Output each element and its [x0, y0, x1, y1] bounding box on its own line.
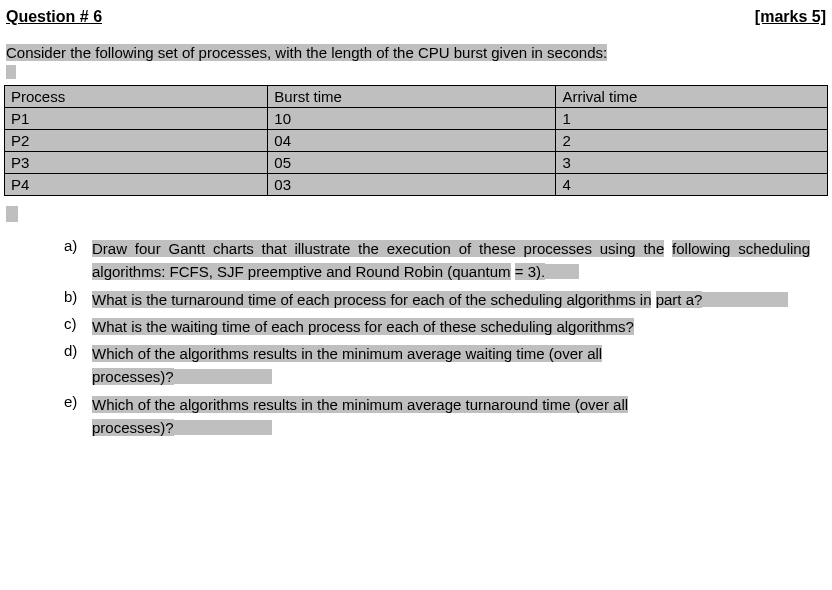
part-e: e) Which of the algorithms results in th… [64, 393, 810, 440]
part-body: Which of the algorithms results in the m… [92, 393, 810, 440]
part-c: c) What is the waiting time of each proc… [64, 315, 810, 338]
cell-burst: 10 [268, 108, 556, 130]
highlight-tail [6, 206, 18, 222]
cell-arrival: 1 [556, 108, 828, 130]
cell-arrival: 2 [556, 130, 828, 152]
part-b: b) What is the turnaround time of each p… [64, 288, 810, 311]
table-row: P2 04 2 [5, 130, 828, 152]
part-label: d) [64, 342, 92, 359]
part-d: d) Which of the algorithms results in th… [64, 342, 810, 389]
cell-process: P3 [5, 152, 268, 174]
part-label: c) [64, 315, 92, 332]
part-body: Which of the algorithms results in the m… [92, 342, 810, 389]
part-a: a) Draw four Gantt charts that illustrat… [64, 237, 810, 284]
part-label: b) [64, 288, 92, 305]
cell-process: P1 [5, 108, 268, 130]
marks-label: [marks 5] [755, 8, 826, 26]
header-process: Process [5, 86, 268, 108]
part-body: Draw four Gantt charts that illustrate t… [92, 237, 810, 284]
cell-burst: 04 [268, 130, 556, 152]
intro-text: Consider the following set of processes,… [4, 44, 828, 79]
part-body: What is the turnaround time of each proc… [92, 288, 810, 311]
cell-arrival: 3 [556, 152, 828, 174]
question-header: Question # 6 [marks 5] [4, 8, 828, 26]
header-burst: Burst time [268, 86, 556, 108]
cell-process: P2 [5, 130, 268, 152]
header-arrival: Arrival time [556, 86, 828, 108]
part-label: e) [64, 393, 92, 410]
table-header-row: Process Burst time Arrival time [5, 86, 828, 108]
subparts-list: a) Draw four Gantt charts that illustrat… [4, 237, 828, 439]
cell-burst: 03 [268, 174, 556, 196]
part-body: What is the waiting time of each process… [92, 315, 810, 338]
question-number: Question # 6 [6, 8, 102, 26]
part-label: a) [64, 237, 92, 254]
cell-burst: 05 [268, 152, 556, 174]
table-row: P3 05 3 [5, 152, 828, 174]
table-row: P1 10 1 [5, 108, 828, 130]
table-row: P4 03 4 [5, 174, 828, 196]
process-table: Process Burst time Arrival time P1 10 1 … [4, 85, 828, 196]
cell-process: P4 [5, 174, 268, 196]
cell-arrival: 4 [556, 174, 828, 196]
